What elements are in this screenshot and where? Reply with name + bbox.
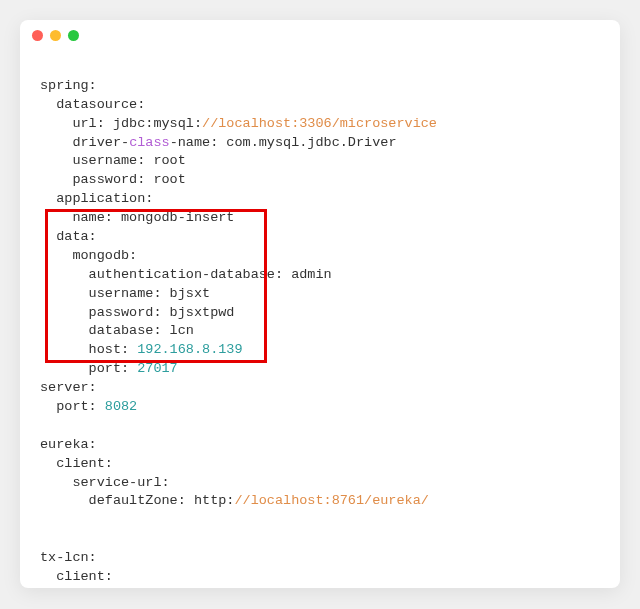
text: host: [40, 342, 137, 357]
code-line: datasource: [40, 96, 608, 115]
content-wrapper: spring: datasource: url: jdbc:mysql://lo… [20, 50, 620, 588]
code-window: spring: datasource: url: jdbc:mysql://lo… [20, 20, 620, 588]
code-line: service-url: [40, 474, 608, 493]
code-line: client: [40, 455, 608, 474]
close-icon[interactable] [32, 30, 43, 41]
code-block: spring: datasource: url: jdbc:mysql://lo… [40, 58, 608, 580]
host-value: 192.168.8.139 [137, 342, 242, 357]
text: driver- [40, 135, 129, 150]
code-line: data: [40, 228, 608, 247]
code-line: username: root [40, 152, 608, 171]
code-line: host: 192.168.8.139 [40, 341, 608, 360]
code-line: database: lcn [40, 322, 608, 341]
keyword-class: class [129, 135, 170, 150]
code-line: driver-class-name: com.mysql.jdbc.Driver [40, 134, 608, 153]
code-line: port: 8082 [40, 398, 608, 417]
code-line: password: bjsxtpwd [40, 304, 608, 323]
code-line [40, 511, 608, 530]
code-line: eureka: [40, 436, 608, 455]
code-line: mongodb: [40, 247, 608, 266]
code-line: authentication-database: admin [40, 266, 608, 285]
code-line: tx-lcn: [40, 549, 608, 568]
code-line: name: mongodb-insert [40, 209, 608, 228]
minimize-icon[interactable] [50, 30, 61, 41]
port-value: 27017 [137, 361, 178, 376]
titlebar [20, 20, 620, 50]
server-port-value: 8082 [105, 399, 137, 414]
text: port: [40, 361, 137, 376]
text: url: jdbc:mysql: [40, 116, 202, 131]
code-line: client: [40, 568, 608, 580]
scroll-area[interactable]: spring: datasource: url: jdbc:mysql://lo… [28, 50, 612, 580]
code-line: application: [40, 190, 608, 209]
code-line: port: 27017 [40, 360, 608, 379]
text: -name: com.mysql.jdbc.Driver [170, 135, 397, 150]
code-line [40, 417, 608, 436]
maximize-icon[interactable] [68, 30, 79, 41]
code-line [40, 530, 608, 549]
code-line: spring: [40, 77, 608, 96]
text: port: [40, 399, 105, 414]
code-line: password: root [40, 171, 608, 190]
code-line: defaultZone: http://localhost:8761/eurek… [40, 492, 608, 511]
url-link: //localhost:3306/microservice [202, 116, 437, 131]
code-line: server: [40, 379, 608, 398]
code-line: url: jdbc:mysql://localhost:3306/microse… [40, 115, 608, 134]
eureka-link: //localhost:8761/eureka/ [234, 493, 428, 508]
code-line: username: bjsxt [40, 285, 608, 304]
text: defaultZone: http: [40, 493, 234, 508]
